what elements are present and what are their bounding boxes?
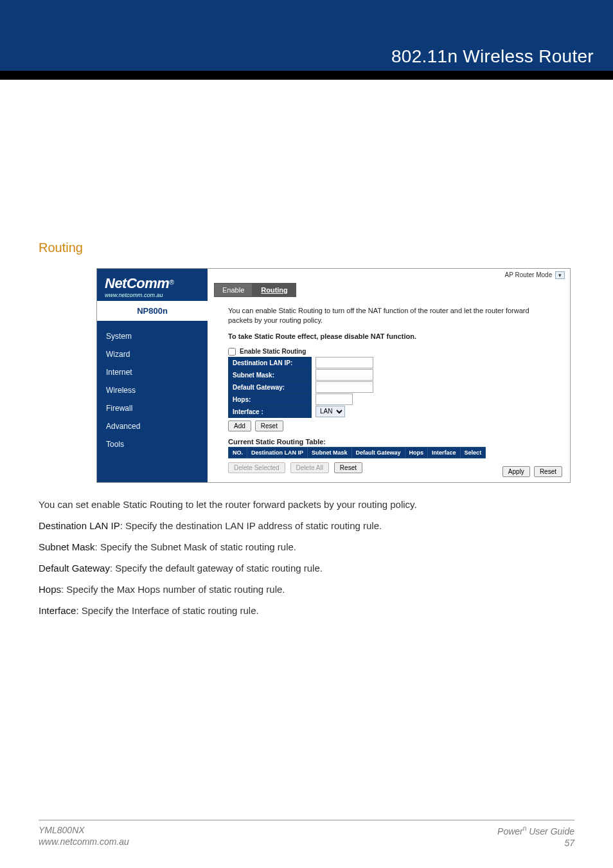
th-dest-ip: Destination LAN IP — [247, 447, 308, 458]
add-button[interactable]: Add — [228, 420, 251, 431]
footer-model: YML800NX — [39, 824, 129, 836]
th-gateway: Default Gateway — [351, 447, 405, 458]
label-hops: Hops: — [228, 393, 312, 406]
sidebar-item-advanced[interactable]: Advanced — [106, 417, 199, 435]
footer-brand: Power — [497, 826, 523, 836]
sidebar-item-tools[interactable]: Tools — [106, 435, 199, 453]
th-interface: Interface — [428, 447, 461, 458]
tab-bar: Enable Routing — [214, 283, 564, 297]
body-intro: You can set enable Static Routing to let… — [39, 496, 574, 513]
def-text-1: : Specify the Subnet Mask of static rout… — [95, 541, 297, 552]
def-label-0: Destination LAN IP — [39, 520, 120, 531]
logo-block: NetComm® www.netcomm.com.au — [97, 269, 208, 301]
reset-all-button[interactable]: Reset — [534, 466, 562, 477]
header-black-strip — [0, 71, 613, 80]
def-text-4: : Specify the Interface of static routin… — [76, 605, 258, 616]
sidebar-item-system[interactable]: System — [106, 327, 199, 345]
label-interface: Interface : — [228, 406, 312, 418]
input-hops[interactable] — [315, 393, 353, 405]
delete-selected-button[interactable]: Delete Selected — [228, 462, 285, 473]
sidebar-nav: System Wizard Internet Wireless Firewall… — [97, 321, 208, 453]
th-hops: Hops — [405, 447, 428, 458]
page-footer: YML800NX www.netcomm.com.au Powern User … — [39, 820, 574, 868]
reset-button[interactable]: Reset — [255, 420, 283, 431]
table-header-row: NO. Destination LAN IP Subnet Mask Defau… — [229, 447, 486, 458]
def-label-1: Subnet Mask — [39, 541, 95, 552]
th-subnet: Subnet Mask — [308, 447, 352, 458]
input-dest-ip[interactable] — [315, 357, 373, 368]
def-label-2: Default Gateway — [39, 563, 110, 574]
delete-all-button[interactable]: Delete All — [290, 462, 329, 473]
apply-button[interactable]: Apply — [502, 466, 530, 477]
section-title: Routing — [39, 240, 574, 255]
panel-warning: To take Static Route effect, please disa… — [228, 332, 530, 341]
router-screenshot: AP Router Mode ▾ NetComm® www.netcomm.co… — [96, 268, 571, 483]
reset-table-button[interactable]: Reset — [334, 462, 362, 473]
page-content: Routing AP Router Mode ▾ NetComm® www.ne… — [0, 80, 613, 868]
sidebar: NetComm® www.netcomm.com.au NP800n Syste… — [97, 269, 208, 482]
def-label-3: Hops — [39, 584, 61, 595]
body-text: You can set enable Static Routing to let… — [39, 496, 574, 619]
sidebar-item-wireless[interactable]: Wireless — [106, 381, 199, 399]
sidebar-item-firewall[interactable]: Firewall — [106, 399, 199, 417]
header-title: 802.11n Wireless Router — [391, 46, 594, 67]
enable-static-routing-label: Enable Static Routing — [240, 348, 306, 355]
input-gateway[interactable] — [315, 381, 373, 393]
table-title: Current Static Routing Table: — [228, 438, 564, 446]
main-panel: Enable Routing You can enable Static Rou… — [208, 269, 570, 482]
tab-enable[interactable]: Enable — [214, 283, 253, 297]
label-dest-ip: Destination LAN IP: — [228, 357, 312, 369]
footer-guide: User Guide — [526, 826, 574, 836]
footer-url: www.netcomm.com.au — [39, 836, 129, 847]
def-label-4: Interface — [39, 605, 76, 616]
input-subnet[interactable] — [315, 369, 373, 381]
header-band: 802.11n Wireless Router — [0, 0, 613, 71]
page-number: 57 — [497, 837, 574, 849]
panel-description: You can enable Static Routing to turn of… — [228, 306, 530, 325]
logo-reg: ® — [169, 279, 173, 286]
th-select: Select — [460, 447, 486, 458]
label-gateway: Default Gateway: — [228, 381, 312, 393]
def-text-3: : Specify the Max Hops number of static … — [61, 584, 285, 595]
def-text-0: : Specify the destination LAN IP address… — [120, 520, 382, 531]
tab-routing[interactable]: Routing — [253, 283, 296, 297]
model-label: NP800n — [97, 301, 208, 321]
label-subnet: Subnet Mask: — [228, 369, 312, 381]
sidebar-item-wizard[interactable]: Wizard — [106, 345, 199, 363]
routing-table: NO. Destination LAN IP Subnet Mask Defau… — [228, 447, 486, 458]
logo-brand: NetComm — [105, 275, 169, 291]
def-text-2: : Specify the default gateway of static … — [110, 563, 323, 574]
sidebar-item-internet[interactable]: Internet — [106, 363, 199, 381]
th-no: NO. — [229, 447, 247, 458]
select-interface[interactable]: LAN — [315, 406, 345, 417]
enable-static-routing-checkbox[interactable] — [228, 348, 236, 356]
logo-url: www.netcomm.com.au — [105, 292, 200, 298]
